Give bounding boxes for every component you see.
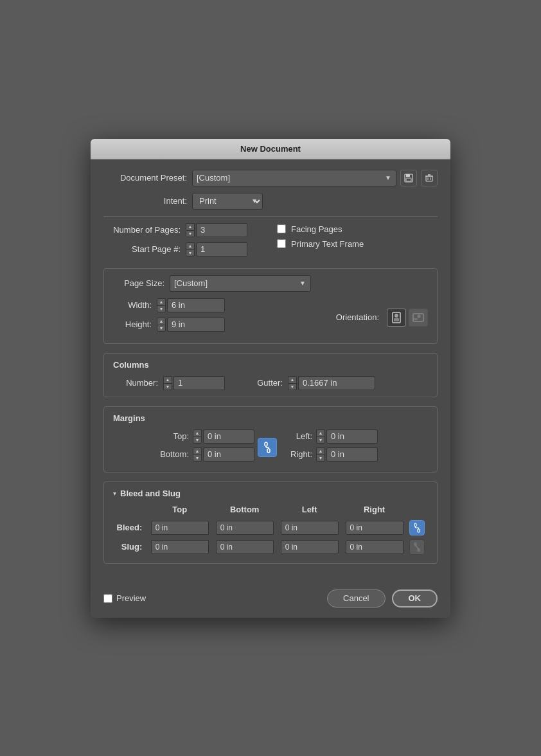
slug-top-input[interactable] <box>151 540 209 554</box>
columns-number-input[interactable] <box>173 376 225 390</box>
gutter-spinner[interactable]: ▲ ▼ <box>288 376 297 390</box>
bleed-link-icon <box>413 523 421 533</box>
bleed-slug-title: Bleed and Slug <box>120 489 181 498</box>
width-up-button[interactable]: ▲ <box>157 298 166 305</box>
start-page-input[interactable] <box>196 242 247 256</box>
bleed-left-input[interactable] <box>281 521 339 535</box>
save-preset-button[interactable] <box>400 170 417 186</box>
pages-down-button[interactable]: ▼ <box>186 230 195 237</box>
margin-top-down-button[interactable]: ▼ <box>193 437 202 444</box>
gutter-input[interactable] <box>298 376 375 390</box>
margins-link-button[interactable] <box>258 438 277 457</box>
slug-left-input[interactable] <box>281 540 339 554</box>
margin-bottom-up-button[interactable]: ▲ <box>193 447 202 455</box>
height-up-button[interactable]: ▲ <box>157 318 166 325</box>
ok-button[interactable]: OK <box>392 590 438 608</box>
col-right-header: Right <box>342 503 407 518</box>
start-page-spinner[interactable]: ▲ ▼ <box>186 242 195 256</box>
gutter-down-button[interactable]: ▼ <box>288 383 297 390</box>
columns-title: Columns <box>113 360 428 370</box>
preview-label: Preview <box>116 593 146 603</box>
svg-rect-1 <box>406 174 410 177</box>
margin-bottom-spinner[interactable]: ▲ ▼ <box>193 447 202 462</box>
margin-top-up-button[interactable]: ▲ <box>193 429 202 437</box>
landscape-icon <box>412 313 424 322</box>
margin-right-down-button[interactable]: ▼ <box>316 455 325 462</box>
svg-rect-19 <box>414 523 416 526</box>
margin-left-up-button[interactable]: ▲ <box>316 429 325 437</box>
primary-text-frame-checkbox[interactable] <box>277 239 286 248</box>
margins-title: Margins <box>113 413 428 423</box>
intent-select[interactable]: Print Web Mobile <box>192 193 263 210</box>
svg-rect-20 <box>418 529 420 532</box>
svg-rect-2 <box>406 178 411 181</box>
bleed-top-input[interactable] <box>151 521 209 535</box>
slug-label: Slug: <box>113 537 147 557</box>
intent-label: Intent: <box>142 196 187 206</box>
bleed-right-input[interactable] <box>346 521 404 535</box>
margin-top-label: Top: <box>154 431 189 441</box>
slug-link-icon <box>413 542 421 552</box>
slug-right-input[interactable] <box>346 540 404 554</box>
page-size-select[interactable]: [Custom] Letter A4 <box>170 275 311 292</box>
columns-number-label: Number: <box>113 378 158 388</box>
margin-left-down-button[interactable]: ▼ <box>316 437 325 444</box>
bleed-label: Bleed: <box>113 518 147 537</box>
primary-text-frame-label: Primary Text Frame <box>291 239 364 249</box>
slug-link-button[interactable] <box>409 539 425 555</box>
margin-bottom-label: Bottom: <box>154 449 189 459</box>
margin-left-label: Left: <box>287 431 312 441</box>
margin-left-input[interactable] <box>326 429 378 444</box>
svg-point-9 <box>395 314 398 318</box>
bleed-row: Bleed: <box>113 518 428 537</box>
height-down-button[interactable]: ▼ <box>157 325 166 332</box>
bleed-slug-section: ▾ Bleed and Slug Top Bottom Left Right <box>103 482 438 564</box>
page-size-section: Page Size: [Custom] Letter A4 ▼ Width: <box>103 268 438 344</box>
columns-down-button[interactable]: ▼ <box>163 383 172 390</box>
start-page-down-button[interactable]: ▼ <box>186 249 195 256</box>
columns-up-button[interactable]: ▲ <box>163 376 172 383</box>
svg-rect-15 <box>267 449 270 453</box>
margin-left-spinner[interactable]: ▲ ▼ <box>316 429 325 444</box>
margin-bottom-input[interactable] <box>203 447 254 462</box>
columns-number-spinner[interactable]: ▲ ▼ <box>163 376 172 390</box>
width-spinner[interactable]: ▲ ▼ <box>157 298 166 312</box>
number-of-pages-spinner[interactable]: ▲ ▼ <box>186 223 195 237</box>
start-page-up-button[interactable]: ▲ <box>186 242 195 249</box>
margin-right-spinner[interactable]: ▲ ▼ <box>316 447 325 462</box>
cancel-button[interactable]: Cancel <box>327 590 385 608</box>
facing-pages-checkbox[interactable] <box>277 224 286 233</box>
number-of-pages-label: Number of Pages: <box>103 225 181 235</box>
col-left-header: Left <box>277 503 342 518</box>
orientation-label: Orientation: <box>336 312 379 322</box>
margin-bottom-down-button[interactable]: ▼ <box>193 455 202 462</box>
margin-top-input[interactable] <box>203 429 254 444</box>
portrait-orientation-button[interactable] <box>387 309 406 327</box>
bleed-link-button[interactable] <box>409 520 425 536</box>
height-label: Height: <box>113 320 152 329</box>
portrait-icon <box>392 312 401 323</box>
margin-top-spinner[interactable]: ▲ ▼ <box>193 429 202 444</box>
col-bottom-header: Bottom <box>212 503 277 518</box>
pages-up-button[interactable]: ▲ <box>186 223 195 230</box>
width-down-button[interactable]: ▼ <box>157 305 166 312</box>
start-page-label: Start Page #: <box>103 244 181 254</box>
preset-select[interactable]: [Custom] <box>192 170 396 186</box>
landscape-orientation-button[interactable] <box>409 309 428 327</box>
gutter-label: Gutter: <box>244 378 283 388</box>
delete-preset-button[interactable] <box>421 170 438 186</box>
bleed-bottom-input[interactable] <box>216 521 274 535</box>
trash-icon <box>425 174 434 183</box>
width-input[interactable] <box>167 298 225 312</box>
preview-checkbox[interactable] <box>103 594 112 603</box>
columns-section: Columns Number: ▲ ▼ Gutter: ▲ ▼ <box>103 353 438 397</box>
svg-rect-3 <box>426 176 432 181</box>
height-input[interactable] <box>167 318 225 332</box>
number-of-pages-input[interactable] <box>196 223 247 237</box>
slug-row: Slug: <box>113 537 428 557</box>
slug-bottom-input[interactable] <box>216 540 274 554</box>
height-spinner[interactable]: ▲ ▼ <box>157 318 166 332</box>
margin-right-input[interactable] <box>326 447 378 462</box>
gutter-up-button[interactable]: ▲ <box>288 376 297 383</box>
margin-right-up-button[interactable]: ▲ <box>316 447 325 455</box>
